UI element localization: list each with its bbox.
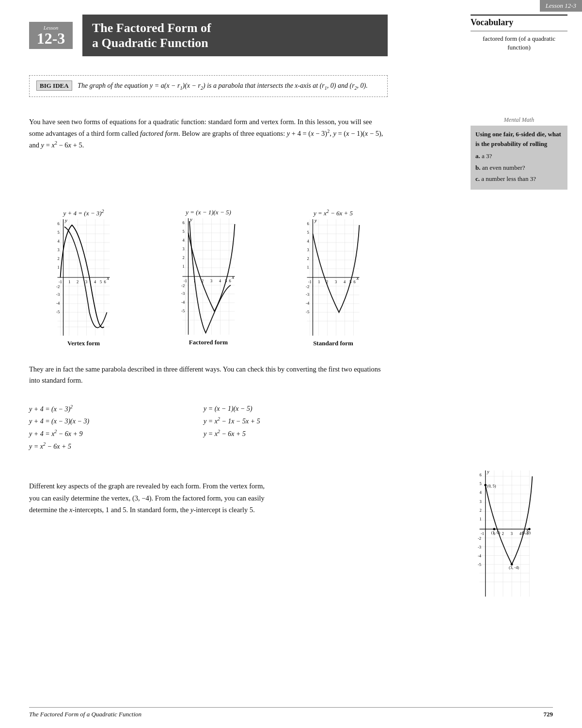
lesson-number: 12-3	[37, 30, 65, 47]
svg-text:6: 6	[307, 222, 309, 226]
svg-text:x: x	[356, 275, 359, 281]
svg-text:2: 2	[58, 257, 60, 261]
svg-text:4: 4	[344, 280, 346, 284]
svg-text:-2: -2	[478, 536, 481, 541]
mental-math-title: Mental Math	[471, 116, 567, 124]
graph1-svg: x y -1 1 2 3 4 5 6 6 5 4 3 2 1 -2 -3 -4 …	[29, 219, 138, 336]
mental-math-content: Using one fair, 6-sided die, what is the…	[471, 126, 567, 190]
page-title: The Factored Form of a Quadratic Functio…	[92, 20, 378, 50]
below-graphs-paragraph: They are in fact the same parabola descr…	[29, 364, 388, 386]
svg-text:1: 1	[193, 279, 195, 283]
svg-text:y: y	[64, 219, 67, 223]
mm-question-a: a. a 3?	[475, 151, 563, 161]
svg-text:y: y	[189, 218, 192, 222]
svg-text:-4: -4	[181, 300, 185, 305]
big-idea-text: The graph of the equation y = a(x − r1)(…	[78, 82, 368, 89]
eq-left-3: y + 4 = x2 − 6x + 9	[29, 427, 165, 440]
svg-text:2: 2	[326, 280, 328, 284]
svg-text:x: x	[107, 275, 110, 281]
svg-text:-3: -3	[306, 293, 309, 297]
mm-q-b-label: b.	[475, 164, 480, 171]
svg-text:2: 2	[182, 256, 184, 260]
eq-left-2: y + 4 = (x − 3)(x − 3)	[29, 415, 165, 427]
equations-section: y + 4 = (x − 3)2 y + 4 = (x − 3)(x − 3) …	[29, 403, 388, 453]
svg-text:3: 3	[85, 280, 87, 284]
svg-text:3: 3	[511, 531, 513, 536]
svg-text:6: 6	[58, 222, 60, 226]
svg-text:-5: -5	[478, 562, 481, 567]
mental-math-box: Mental Math Using one fair, 6-sided die,…	[471, 116, 567, 190]
graph2-equation: y = (x − 1)(x − 5)	[154, 209, 263, 216]
svg-text:1: 1	[480, 517, 482, 521]
svg-text:-5: -5	[181, 309, 185, 313]
top-right-label: Lesson 12-3	[540, 0, 582, 12]
lesson-number-box: Lesson 12-3	[29, 22, 73, 49]
svg-text:2: 2	[502, 531, 504, 536]
big-idea-label: BIG IDEA	[36, 81, 72, 91]
svg-text:5: 5	[307, 230, 309, 235]
svg-text:6: 6	[182, 221, 184, 225]
svg-text:2: 2	[202, 279, 204, 283]
eq-right-1: y = (x − 1)(x − 5)	[204, 403, 339, 415]
eq-right-2: y = x2 − 1x − 5x + 5	[204, 415, 339, 427]
eq-col-left: y + 4 = (x − 3)2 y + 4 = (x − 3)(x − 3) …	[29, 403, 165, 453]
svg-text:-1: -1	[308, 280, 312, 284]
vocabulary-term: factored form (of a quadratic function)	[471, 34, 567, 52]
graph2-label: Factored form	[154, 339, 263, 346]
svg-text:-5: -5	[306, 310, 309, 315]
svg-text:-1: -1	[183, 279, 187, 283]
svg-text:4: 4	[480, 490, 482, 495]
svg-text:5: 5	[480, 481, 482, 486]
mm-question-c: c. a number less than 3?	[475, 174, 563, 184]
svg-text:3: 3	[307, 248, 309, 252]
svg-text:(0, 5): (0, 5)	[487, 484, 496, 488]
svg-text:5: 5	[58, 230, 60, 235]
mm-q-b-text: an even number?	[482, 164, 525, 171]
intro-paragraph: You have seen two forms of equations for…	[29, 116, 388, 151]
svg-text:5: 5	[182, 229, 184, 234]
svg-text:4: 4	[94, 280, 96, 284]
vocab-divider	[471, 31, 567, 32]
graph2-svg: x y -1 1 2 3 4 5 6 6 5 4 3 2 1 -2 -3 -4 …	[154, 218, 263, 335]
svg-text:-3: -3	[181, 291, 185, 296]
svg-text:-4: -4	[306, 302, 310, 306]
header-area: Lesson 12-3 The Factored Form of a Quadr…	[29, 15, 388, 56]
graph1-label: Vertex form	[29, 340, 138, 347]
svg-text:4: 4	[219, 279, 221, 283]
svg-text:-2: -2	[181, 284, 185, 288]
svg-point-158	[484, 484, 487, 486]
below-graphs-text: They are in fact the same parabola descr…	[29, 364, 388, 386]
eq-left-4: y = x2 − 6x + 5	[29, 440, 165, 453]
svg-text:-3: -3	[56, 293, 60, 297]
svg-text:-4: -4	[56, 302, 60, 306]
eq-left-1: y + 4 = (x − 3)2	[29, 403, 165, 415]
svg-text:1: 1	[307, 265, 309, 270]
svg-text:3: 3	[182, 247, 184, 251]
intro-text: You have seen two forms of equations for…	[29, 116, 388, 156]
svg-text:4: 4	[307, 239, 310, 243]
eq-columns: y + 4 = (x − 3)2 y + 4 = (x − 3)(x − 3) …	[29, 403, 388, 453]
graph-factored-form: y = (x − 1)(x − 5)	[154, 209, 263, 347]
mm-q-a-label: a.	[475, 152, 480, 160]
svg-text:-2: -2	[56, 285, 60, 289]
svg-text:-1: -1	[481, 531, 484, 536]
graph-standard-form: y = x2 − 6x + 5	[279, 209, 388, 347]
svg-text:2: 2	[480, 508, 482, 513]
svg-text:2: 2	[77, 280, 79, 284]
mm-question-b: b. an even number?	[475, 163, 563, 173]
vocabulary-box: Vocabulary factored form (of a quadratic…	[471, 15, 567, 52]
svg-text:(5, 0): (5, 0)	[522, 530, 531, 535]
svg-text:-1: -1	[59, 280, 62, 284]
lower-graph: x y -1 1 2 3 4 5 6 6 5 4 3 2 1 -2 -3 -4 …	[456, 470, 553, 599]
lesson-title: The Factored Form of a Quadratic Functio…	[82, 15, 388, 56]
svg-text:1: 1	[318, 280, 320, 284]
svg-text:-5: -5	[56, 310, 60, 315]
svg-text:1: 1	[58, 265, 60, 270]
svg-text:3: 3	[480, 499, 482, 504]
mm-q-a-text: a 3?	[482, 152, 492, 160]
svg-text:y: y	[314, 219, 317, 223]
big-idea-box: BIG IDEA The graph of the equation y = a…	[29, 75, 388, 97]
svg-text:-2: -2	[306, 285, 309, 289]
mm-q-c-label: c.	[475, 175, 480, 182]
lower-text: Different key aspects of the graph are r…	[29, 480, 271, 516]
